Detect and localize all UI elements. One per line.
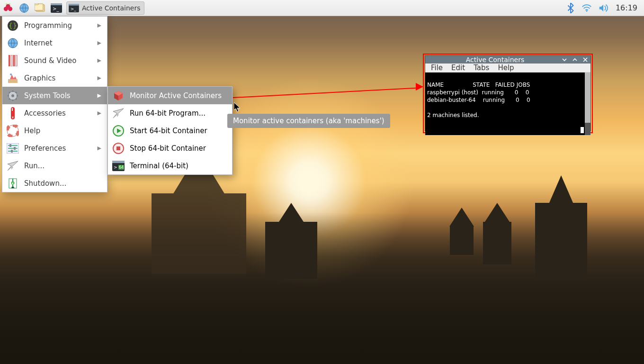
- accessories-icon: [6, 107, 19, 120]
- system-tools-icon: [6, 89, 19, 102]
- svg-text:>_: >_: [71, 6, 77, 11]
- menu-item-shutdown-[interactable]: Shutdown...: [2, 174, 107, 192]
- submenu-arrow-icon: ▶: [98, 40, 101, 46]
- stop-icon: [112, 142, 125, 155]
- menu-item-run-[interactable]: Run...: [2, 157, 107, 174]
- svg-rect-42: [112, 161, 125, 163]
- help-icon: [6, 124, 19, 137]
- submenu-item-label: Terminal (64-bit): [130, 162, 188, 170]
- submenu-item-start-64-bit-container[interactable]: Start 64-bit Container: [108, 122, 232, 139]
- svg-rect-6: [35, 3, 38, 5]
- preferences-icon: [6, 142, 19, 155]
- active-containers-window: Active Containers FileEditTabsHelp NAME …: [425, 55, 591, 131]
- submenu-item-run-64-bit-program-[interactable]: Run 64-bit Program...: [108, 104, 232, 122]
- terminal-launcher[interactable]: >_: [48, 0, 64, 16]
- menu-item-preferences[interactable]: Preferences▶: [2, 139, 107, 157]
- sound-video-icon: [6, 54, 19, 67]
- container-icon: [112, 89, 125, 102]
- shutdown-icon: [6, 177, 19, 190]
- menu-item-label: Internet: [24, 39, 53, 47]
- terminal-footer: 2 machines listed.: [427, 112, 479, 118]
- window-maximize-button[interactable]: [572, 57, 577, 62]
- taskbar-item-label: Active Containers: [82, 4, 140, 12]
- window-menubar: FileEditTabsHelp: [425, 64, 590, 73]
- submenu-arrow-icon: ▶: [98, 57, 101, 64]
- window-titlebar[interactable]: Active Containers: [425, 56, 590, 64]
- menu-item-internet[interactable]: Internet▶: [2, 34, 107, 52]
- svg-rect-35: [11, 150, 13, 153]
- window-minimize-button[interactable]: [562, 57, 567, 62]
- menu-item-programming[interactable]: {}Programming▶: [2, 17, 107, 34]
- file-manager-launcher[interactable]: [32, 0, 48, 16]
- svg-point-28: [10, 128, 15, 133]
- terminal-scrollbar[interactable]: [585, 73, 590, 135]
- svg-text:{}: {}: [9, 22, 17, 29]
- menubar-item-help[interactable]: Help: [498, 64, 514, 72]
- play-icon: [112, 124, 125, 137]
- menu-item-graphics[interactable]: Graphics▶: [2, 69, 107, 87]
- internet-icon: [6, 36, 19, 50]
- svg-rect-8: [51, 3, 62, 5]
- wifi-icon[interactable]: [581, 4, 592, 12]
- menu-item-accessories[interactable]: Accessories▶: [2, 104, 107, 122]
- svg-point-24: [11, 94, 14, 97]
- clock[interactable]: 16:19: [616, 3, 637, 12]
- submenu-item-stop-64-bit-container[interactable]: Stop 64-bit Container: [108, 139, 232, 157]
- submenu-item-monitor-active-containers[interactable]: Monitor Active Containers: [108, 87, 232, 104]
- menu-item-sound-video[interactable]: Sound & Video▶: [2, 52, 107, 69]
- svg-text:>_: >_: [53, 6, 59, 12]
- bluetooth-icon[interactable]: [566, 3, 575, 13]
- menubar-item-edit[interactable]: Edit: [451, 64, 465, 72]
- submenu-item-label: Run 64-bit Program...: [130, 109, 206, 118]
- svg-text:64: 64: [119, 165, 124, 170]
- annotation-arrow-head: [416, 83, 423, 91]
- menubar-item-file[interactable]: File: [431, 64, 443, 72]
- submenu-item-label: Monitor Active Containers: [130, 91, 222, 100]
- run-icon: [6, 159, 19, 173]
- svg-rect-31: [8, 148, 18, 149]
- svg-rect-18: [11, 55, 12, 66]
- submenu-item-terminal-64-bit-[interactable]: >64Terminal (64-bit): [108, 157, 232, 174]
- submenu-arrow-icon: ▶: [98, 75, 101, 81]
- svg-rect-34: [14, 147, 16, 150]
- top-panel: >_ >_ Active Containers 16:19: [0, 0, 644, 16]
- browser-launcher[interactable]: [16, 0, 32, 16]
- menu-item-help[interactable]: Help: [2, 122, 107, 139]
- svg-rect-19: [13, 55, 15, 66]
- terminal-row: debian-buster-64 running 0 0: [427, 97, 530, 103]
- submenu-arrow-icon: ▶: [98, 22, 101, 28]
- taskbar-item-active-containers[interactable]: >_ Active Containers: [66, 1, 144, 15]
- svg-rect-20: [16, 55, 17, 66]
- submenu-arrow-icon: ▶: [98, 110, 101, 116]
- menu-item-label: Programming: [24, 21, 72, 30]
- submenu-arrow-icon: ▶: [98, 92, 101, 99]
- volume-icon[interactable]: [599, 4, 609, 12]
- svg-rect-11: [69, 4, 79, 6]
- start-menu-button[interactable]: [0, 0, 16, 16]
- application-menu: {}Programming▶Internet▶Sound & Video▶Gra…: [2, 16, 107, 192]
- terminal-output[interactable]: NAME STATE FAILED JOBS raspberrypi (host…: [425, 73, 590, 135]
- menu-item-label: Sound & Video: [24, 56, 77, 65]
- submenu-arrow-icon: ▶: [98, 145, 101, 151]
- menu-item-label: Run...: [24, 162, 45, 170]
- menu-item-label: Shutdown...: [24, 179, 66, 188]
- svg-point-22: [10, 73, 12, 75]
- svg-rect-33: [9, 144, 11, 147]
- programming-icon: {}: [6, 19, 19, 32]
- graphics-icon: [6, 72, 19, 85]
- terminal-row: raspberrypi (host) running 0 0: [427, 89, 529, 96]
- svg-point-13: [586, 10, 588, 12]
- svg-point-1: [4, 7, 8, 11]
- svg-rect-40: [116, 146, 120, 150]
- menu-item-system-tools[interactable]: System Tools▶: [2, 87, 107, 104]
- svg-text:>: >: [114, 165, 117, 170]
- svg-rect-26: [12, 108, 13, 111]
- terminal-cursor: [581, 127, 584, 133]
- window-title: Active Containers: [428, 56, 562, 64]
- menubar-item-tabs[interactable]: Tabs: [474, 64, 489, 72]
- menu-item-label: Graphics: [24, 74, 55, 82]
- menu-item-label: Preferences: [24, 144, 66, 153]
- window-close-button[interactable]: [583, 57, 588, 62]
- menu-item-label: Help: [24, 127, 40, 135]
- annotation-highlight-box: Active Containers FileEditTabsHelp NAME …: [423, 54, 593, 133]
